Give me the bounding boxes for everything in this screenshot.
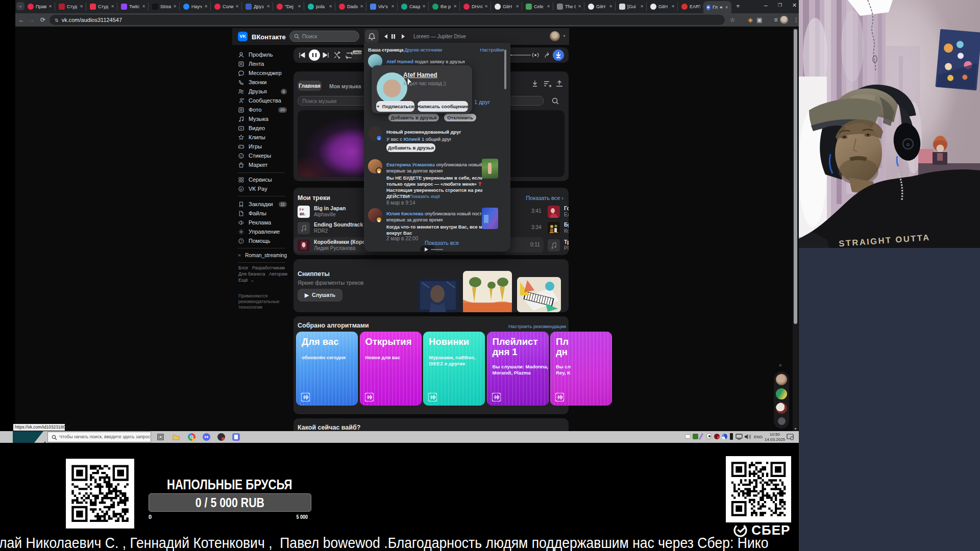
svg-text:₽: ₽ [240, 187, 242, 190]
svg-text:крио и энчик: крио и энчик [549, 232, 558, 234]
svg-text:?: ? [240, 239, 242, 242]
svg-text:G: G [906, 142, 910, 147]
svg-text:80.: 80. [300, 212, 305, 216]
svg-text:♥: ♥ [302, 208, 304, 211]
svg-text:I: I [300, 208, 301, 211]
svg-text:LOREEN: LOREEN [353, 52, 362, 54]
